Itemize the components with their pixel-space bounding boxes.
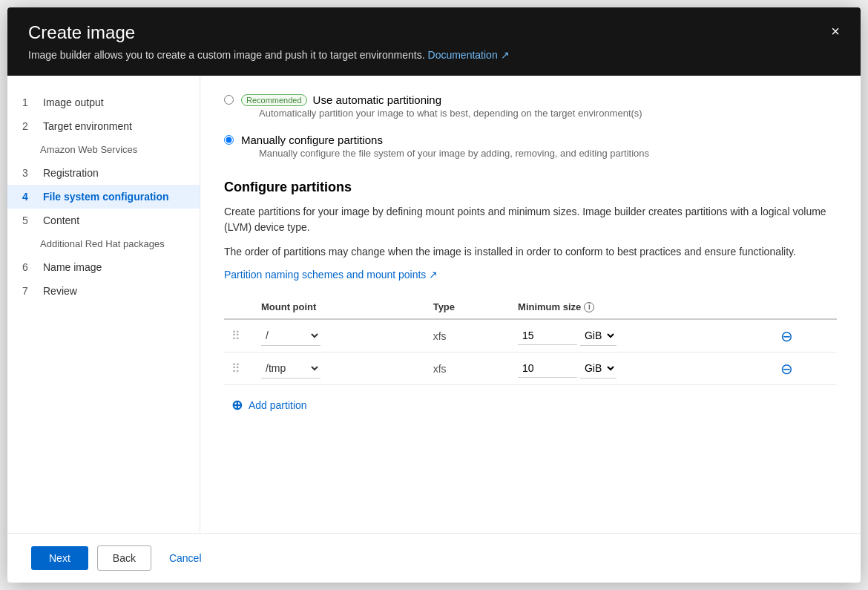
drag-handle-icon[interactable]: ⠿: [231, 330, 240, 342]
nav-number-1: 1: [22, 96, 37, 108]
close-button[interactable]: ×: [831, 24, 840, 39]
nav-number-3: 3: [22, 167, 37, 179]
mount-point-select[interactable]: //tmp/var/home/boot/usr/opt: [261, 358, 320, 378]
nav-number-2: 2: [22, 120, 37, 132]
nav-number-7: 7: [22, 285, 37, 297]
remove-cell: ⊖: [773, 319, 837, 353]
back-button[interactable]: Back: [97, 545, 151, 571]
col-mount-label: Mount point: [261, 301, 316, 312]
modal-title: Create image: [28, 22, 510, 43]
col-size-label: Minimum size: [518, 301, 581, 312]
configure-partitions-text1: Create partitions for your image by defi…: [224, 204, 837, 235]
sidebar-item-redhat-packages[interactable]: Additional Red Hat packages: [7, 232, 200, 255]
partition-type: xfs: [433, 363, 447, 375]
configure-partitions-title: Configure partitions: [224, 180, 837, 195]
auto-partition-desc: Automatically partition your image to wh…: [259, 108, 642, 119]
sidebar-item-label: Amazon Web Services: [40, 144, 137, 155]
modal-overlay: Create image Image builder allows you to…: [0, 0, 868, 590]
size-input[interactable]: [518, 359, 577, 378]
sidebar-item-label: File system configuration: [43, 191, 169, 203]
sidebar-item-target-environment[interactable]: 2 Target environment: [7, 114, 200, 138]
modal-body: 1 Image output 2 Target environment Amaz…: [7, 76, 861, 533]
sidebar: 1 Image output 2 Target environment Amaz…: [7, 76, 200, 533]
external-link-icon: ↗: [429, 269, 438, 281]
size-input[interactable]: [518, 327, 577, 345]
info-icon[interactable]: i: [584, 302, 594, 312]
sidebar-item-aws[interactable]: Amazon Web Services: [7, 138, 200, 161]
sidebar-item-registration[interactable]: 3 Registration: [7, 161, 200, 185]
subtitle-text: Image builder allows you to create a cus…: [28, 49, 428, 61]
remove-cell: ⊖: [773, 353, 837, 385]
table-row: ⠿ //tmp/var/home/boot/usr/opt xfs KiBMiB…: [224, 319, 837, 353]
modal-footer: Next Back Cancel: [7, 533, 861, 583]
unit-select[interactable]: KiBMiBGiBTiB: [580, 358, 617, 378]
col-size-header: Minimum size i: [510, 295, 773, 319]
documentation-link[interactable]: Documentation ↗: [428, 49, 510, 61]
partition-table-body: ⠿ //tmp/var/home/boot/usr/opt xfs KiBMiB…: [224, 319, 837, 384]
mount-point-cell: //tmp/var/home/boot/usr/opt: [254, 319, 426, 353]
manual-partition-option: Manually configure partitions Manually c…: [224, 134, 837, 165]
recommended-badge: Recommended: [241, 94, 307, 106]
add-partition-icon: ⊕: [231, 397, 243, 413]
col-drag: [224, 295, 254, 319]
sidebar-item-review[interactable]: 7 Review: [7, 279, 200, 303]
drag-handle-cell: ⠿: [224, 353, 254, 385]
col-type-header: Type: [426, 295, 510, 319]
auto-partition-option: Recommended Use automatic partitioning A…: [224, 94, 837, 125]
drag-handle-cell: ⠿: [224, 319, 254, 353]
partition-table: Mount point Type Minimum size i: [224, 295, 837, 384]
sidebar-item-name-image[interactable]: 6 Name image: [7, 255, 200, 279]
type-cell: xfs: [426, 353, 510, 385]
nav-number-4: 4: [22, 191, 37, 203]
auto-partition-label[interactable]: Recommended Use automatic partitioning: [241, 94, 642, 106]
add-partition-label: Add partition: [249, 399, 307, 411]
auto-partition-content: Recommended Use automatic partitioning A…: [241, 94, 642, 125]
col-size-header-content: Minimum size i: [518, 301, 766, 312]
size-cell: KiBMiBGiBTiB: [510, 319, 773, 353]
sidebar-item-label: Review: [43, 285, 77, 297]
table-row: ⠿ //tmp/var/home/boot/usr/opt xfs KiBMiB…: [224, 353, 837, 385]
table-header-row: Mount point Type Minimum size i: [224, 295, 837, 319]
modal-header: Create image Image builder allows you to…: [7, 7, 861, 76]
configure-partitions-text2: The order of partitions may change when …: [224, 244, 837, 260]
type-cell: xfs: [426, 319, 510, 353]
auto-partition-radio[interactable]: [224, 95, 234, 105]
manual-partition-content: Manually configure partitions Manually c…: [241, 134, 649, 165]
manual-partition-radio[interactable]: [224, 135, 234, 145]
drag-handle-icon[interactable]: ⠿: [231, 362, 240, 375]
partition-type: xfs: [433, 330, 447, 342]
sidebar-item-label: Registration: [43, 167, 99, 179]
sidebar-item-label: Additional Red Hat packages: [40, 238, 165, 249]
main-content: Recommended Use automatic partitioning A…: [200, 76, 861, 533]
partition-naming-link[interactable]: Partition naming schemes and mount point…: [224, 269, 438, 281]
partition-naming-link-text: Partition naming schemes and mount point…: [224, 269, 426, 281]
unit-select[interactable]: KiBMiBGiBTiB: [580, 326, 617, 346]
manual-partition-desc: Manually configure the file system of yo…: [259, 148, 649, 159]
remove-partition-button[interactable]: ⊖: [780, 329, 793, 344]
remove-partition-button[interactable]: ⊖: [780, 361, 793, 376]
mount-point-select[interactable]: //tmp/var/home/boot/usr/opt: [261, 326, 320, 346]
col-type-label: Type: [433, 301, 455, 312]
sidebar-item-content[interactable]: 5 Content: [7, 209, 200, 232]
auto-partition-text: Use automatic partitioning: [313, 94, 441, 106]
sidebar-item-filesystem[interactable]: 4 File system configuration: [7, 185, 200, 209]
nav-number-5: 5: [22, 214, 37, 226]
sidebar-item-label: Target environment: [43, 120, 132, 132]
modal-subtitle: Image builder allows you to create a cus…: [28, 49, 510, 61]
nav-number-6: 6: [22, 261, 37, 273]
sidebar-item-label: Content: [43, 214, 79, 226]
mount-point-cell: //tmp/var/home/boot/usr/opt: [254, 353, 426, 385]
header-content: Create image Image builder allows you to…: [28, 22, 510, 61]
sidebar-item-image-output[interactable]: 1 Image output: [7, 91, 200, 114]
col-mount-header: Mount point: [254, 295, 426, 319]
manual-partition-label[interactable]: Manually configure partitions: [241, 134, 649, 146]
size-cell: KiBMiBGiBTiB: [510, 353, 773, 385]
next-button[interactable]: Next: [31, 546, 88, 570]
cancel-button[interactable]: Cancel: [160, 546, 211, 570]
modal: Create image Image builder allows you to…: [7, 7, 861, 583]
add-partition-button[interactable]: ⊕ Add partition: [224, 384, 837, 425]
external-link-icon: ↗: [501, 49, 510, 61]
doc-link-text: Documentation: [428, 49, 498, 61]
col-actions-header: [773, 295, 837, 319]
sidebar-item-label: Image output: [43, 96, 104, 108]
